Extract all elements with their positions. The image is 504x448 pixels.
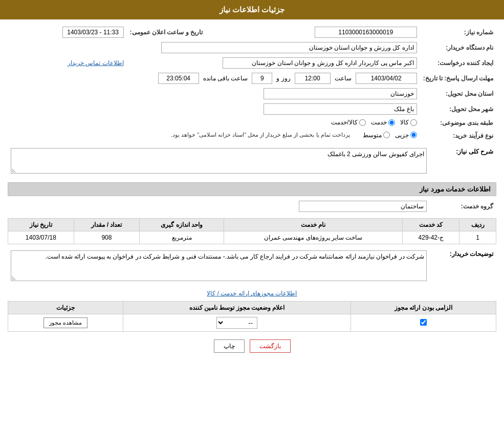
category-kala-label: کالا [400, 119, 409, 126]
contact-info-link[interactable]: اطلاعات تماس خریدار [68, 59, 124, 67]
send-days-input: 9 [252, 73, 272, 84]
col-code: کد خدمت [403, 219, 459, 231]
permits-section-link[interactable]: اطلاعات مجوزهای ارائه خدمت / کالا [207, 290, 297, 297]
col-quantity: تعداد / مقدار [74, 219, 140, 231]
category-radio-group: کالا خدمت کالا/خدمت [331, 119, 417, 126]
purchase-type-motavaset-label: متوسط [363, 132, 382, 139]
col-row: ردیف [459, 219, 496, 231]
purchase-type-motavaset-radio[interactable] [383, 132, 390, 138]
send-date-input: 1403/04/02 [356, 73, 417, 84]
send-time-input: 12:00 [295, 73, 331, 84]
purchase-type-note: پرداخت تمام یا بخشی از مبلغ خریدار از مح… [171, 132, 350, 138]
delivery-province-label: استان محل تحویل: [420, 86, 496, 101]
announce-datetime-input: 1403/03/23 - 11:33 [62, 27, 124, 38]
col-name: نام خدمت [224, 219, 402, 231]
notice-number-value: 1103000163000019 [206, 25, 420, 40]
category-khedmat-radio[interactable] [388, 119, 395, 126]
permit-status-select[interactable]: -- [216, 317, 257, 329]
need-summary-label: شرح کلی نیاز: [430, 146, 496, 177]
send-time-label-text: ساعت [335, 75, 352, 82]
cell-name: ساخت سایر پروژه‌های مهندسی عمران [224, 231, 402, 244]
page-title: جزئیات اطلاعات نیاز [220, 5, 284, 14]
buyer-notes-table: توضیحات خریدار: [8, 248, 496, 285]
permits-section-link-div: اطلاعات مجوزهای ارائه خدمت / کالا [8, 290, 496, 297]
category-label: طبقه بندی موضوعی: [420, 117, 496, 130]
page-header: جزئیات اطلاعات نیاز [0, 0, 504, 19]
buyer-org-value: اداره کل ورزش و جوانان استان خوزستان [8, 40, 420, 55]
delivery-city-value: باغ ملک [8, 101, 420, 117]
buyer-org-input: اداره کل ورزش و جوانان استان خوزستان [161, 42, 417, 53]
send-deadline-label: مهلت ارسال پاسخ: تا تاریخ: [420, 71, 496, 86]
delivery-city-label: شهر محل تحویل: [420, 101, 496, 117]
permit-required-checkbox[interactable] [420, 319, 427, 326]
main-content: شماره نیاز: 1103000163000019 تاریخ و ساع… [0, 19, 504, 366]
request-creator-input: اکبر ماس پی کاربردار اداره کل ورزش و جوا… [223, 57, 417, 69]
purchase-type-jozi-item: جزیی [395, 132, 417, 139]
request-creator-value: اکبر ماس پی کاربردار اداره کل ورزش و جوا… [127, 55, 420, 71]
footer-buttons: بازگشت چاپ [8, 332, 496, 360]
col-unit: واحد اندازه گیری [140, 219, 224, 231]
deadline-row: 1403/04/02 ساعت 12:00 روز و 9 ساعت باقی … [11, 73, 417, 84]
buyer-org-label: نام دستگاه خریدار: [420, 40, 496, 55]
back-button[interactable]: بازگشت [250, 339, 291, 353]
table-row: 1 ج-42-429 ساخت سایر پروژه‌های مهندسی عم… [8, 231, 496, 244]
category-kala-khedmat-radio[interactable] [359, 119, 366, 126]
buyer-notes-value [8, 248, 430, 285]
send-deadline-value: 1403/04/02 ساعت 12:00 روز و 9 ساعت باقی … [8, 71, 420, 86]
basic-info-table: شماره نیاز: 1103000163000019 تاریخ و ساع… [8, 25, 496, 142]
cell-date: 1403/07/18 [8, 231, 74, 244]
purchase-type-options: جزیی متوسط پرداخت تمام یا بخشی از مبلغ خ… [8, 130, 420, 142]
print-button[interactable]: چاپ [214, 339, 245, 353]
cell-code: ج-42-429 [403, 231, 459, 244]
buyer-notes-label: توضیحات خریدار: [430, 248, 496, 285]
delivery-province-value: خوزستان [8, 86, 420, 101]
send-remaining-input: 23:05:04 [158, 73, 199, 84]
category-khedmat-label: خدمت [371, 119, 387, 126]
cell-quantity: 908 [74, 231, 140, 244]
view-permit-button[interactable]: مشاهده مجوز [43, 317, 87, 328]
delivery-province-input: خوزستان [264, 88, 417, 99]
permits-col-status: اعلام وضعیت مجوز توسط نامین کننده [123, 302, 351, 314]
cell-row: 1 [459, 231, 496, 244]
permit-details-cell: مشاهده مجوز [8, 314, 123, 332]
category-kala-khedmat-item: کالا/خدمت [331, 119, 365, 126]
category-options: کالا خدمت کالا/خدمت [8, 117, 420, 130]
category-kala-item: کالا [400, 119, 417, 126]
service-group-value: ساختمان [8, 199, 430, 214]
purchase-type-jozi-label: جزیی [395, 132, 409, 139]
service-group-input: ساختمان [299, 201, 427, 212]
permits-table: الزامی بودن ارائه مجوز اعلام وضعیت مجوز … [8, 301, 496, 332]
category-kala-khedmat-label: کالا/خدمت [331, 119, 357, 126]
purchase-type-radio-group: جزیی متوسط پرداخت تمام یا بخشی از مبلغ خ… [171, 132, 417, 139]
contact-info-link-cell: اطلاعات تماس خریدار [8, 55, 127, 71]
send-days-label-text: روز و [276, 75, 290, 82]
notice-number-input: 1103000163000019 [315, 27, 417, 38]
permits-col-required: الزامی بودن ارائه مجوز [351, 302, 496, 314]
notice-number-label: شماره نیاز: [420, 25, 496, 40]
need-summary-value [8, 146, 430, 177]
buyer-notes-textarea[interactable] [11, 250, 427, 281]
need-summary-textarea[interactable] [11, 148, 427, 174]
page-wrapper: جزئیات اطلاعات نیاز شماره نیاز: 11030001… [0, 0, 504, 448]
category-kala-radio[interactable] [410, 119, 417, 126]
service-group-table: گروه خدمت: ساختمان [8, 199, 496, 214]
announce-datetime-value: 1403/03/23 - 11:33 [8, 25, 127, 40]
need-summary-table: شرح کلی نیاز: [8, 146, 496, 177]
services-data-table: ردیف کد خدمت نام خدمت واحد اندازه گیری ت… [8, 218, 496, 244]
permit-required-cell [351, 314, 496, 332]
send-remaining-label-text: ساعت باقی مانده [203, 75, 248, 82]
cell-unit: مترمربع [140, 231, 224, 244]
permit-status-cell: -- [123, 314, 351, 332]
request-creator-label: ایجاد کننده درخواست: [420, 55, 496, 71]
col-date: تاریخ نیاز [8, 219, 74, 231]
purchase-type-jozi-radio[interactable] [410, 132, 417, 138]
purchase-type-label: نوع فرآیند خرید: [420, 130, 496, 142]
need-summary-section: شرح کلی نیاز: [8, 146, 496, 177]
category-khedmat-item: خدمت [371, 119, 395, 126]
list-item: -- مشاهده مجوز [8, 314, 496, 332]
services-section-title: اطلاعات خدمات مورد نیاز [8, 182, 496, 196]
delivery-city-input: باغ ملک [264, 103, 417, 115]
announce-datetime-label: تاریخ و ساعت اعلان عمومی: [127, 25, 206, 40]
purchase-type-motavaset-item: متوسط [363, 132, 390, 139]
permits-col-details: جزئیات [8, 302, 123, 314]
